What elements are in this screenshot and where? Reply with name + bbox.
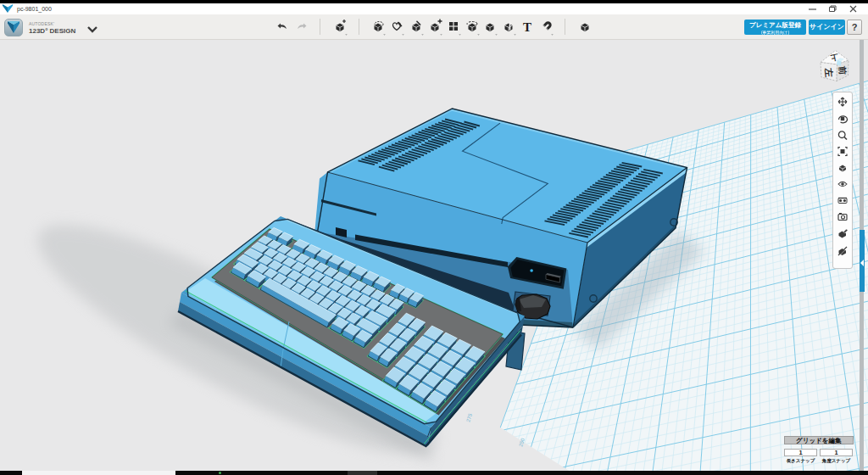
svg-text:275: 275	[465, 412, 473, 422]
svg-text:左: 左	[823, 66, 834, 77]
